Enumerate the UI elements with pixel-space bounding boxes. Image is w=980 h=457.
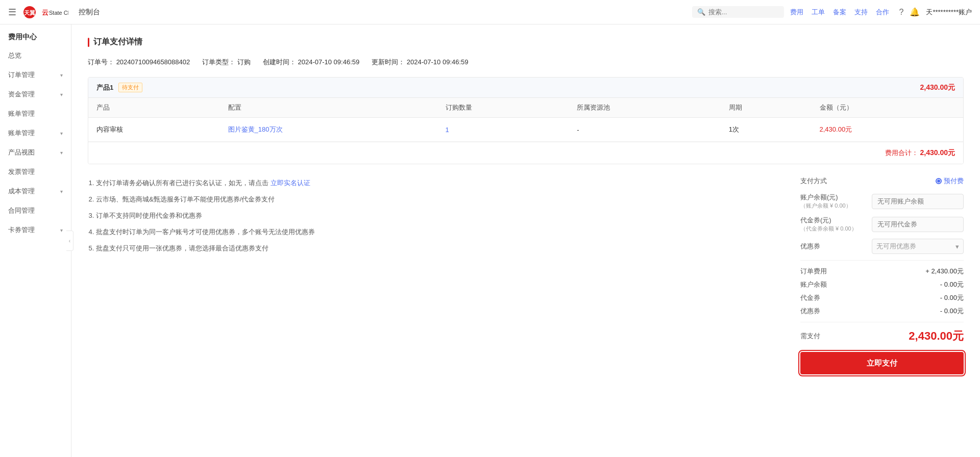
- voucher-row: 代金券(元) （代金券余额 ¥ 0.00）: [800, 216, 964, 233]
- pay-now-button[interactable]: 立即支付: [800, 352, 964, 374]
- account-balance-value: - 0.00元: [940, 280, 964, 289]
- real-name-link[interactable]: 立即实名认证: [271, 179, 310, 187]
- chevron-down-icon: ▾: [60, 227, 63, 233]
- payment-method-value: 预付费: [944, 176, 964, 186]
- sidebar-item-label: 账单管理: [8, 109, 35, 118]
- layout: 费用中心 总览 订单管理 ▾ 资金管理 ▾ 账单管理 账单管理 ▾ 产品视图 ▾: [0, 24, 980, 457]
- console-label: 控制台: [79, 8, 100, 17]
- sidebar-item-label: 订单管理: [8, 70, 35, 80]
- table-header-row: 产品 配置 订购数量 所属资源池 周期 金额（元）: [88, 98, 963, 118]
- order-type-value: 订购: [237, 58, 251, 66]
- user-label[interactable]: 天**********账户: [926, 8, 972, 17]
- logo: 天翼 云 State Cloud: [22, 5, 68, 19]
- coupon-deduct-label: 优惠券: [800, 307, 820, 316]
- sidebar-item-contract[interactable]: 合同管理: [0, 201, 71, 220]
- coupon-select[interactable]: 无可用优惠券 ▾: [872, 239, 964, 254]
- bell-icon[interactable]: 🔔: [910, 7, 920, 17]
- search-input[interactable]: [708, 8, 770, 16]
- sidebar-item-bill-management[interactable]: 账单管理: [0, 104, 71, 123]
- nav-link-support[interactable]: 支持: [854, 8, 868, 17]
- note-4: 批盘支付时订单为同一客户账号才可使用优惠券，多个账号无法使用优惠券: [96, 225, 780, 239]
- cell-price: 2,430.00元: [812, 118, 963, 142]
- payable-label: 需支付: [800, 332, 820, 341]
- voucher-deduct-value: - 0.00元: [940, 293, 964, 302]
- sidebar-collapse-toggle[interactable]: ‹: [66, 231, 74, 251]
- col-price: 金额（元）: [812, 98, 963, 118]
- note-5: 批盘支付只可使用一张优惠券，请您选择最合适优惠券支付: [96, 242, 780, 255]
- cell-qty: 1: [437, 118, 569, 142]
- col-product: 产品: [88, 98, 220, 118]
- sidebar-item-label: 卡券管理: [8, 225, 35, 235]
- svg-text:云: 云: [42, 9, 48, 16]
- nav-link-record[interactable]: 备案: [833, 8, 846, 17]
- balance-input[interactable]: [872, 194, 964, 209]
- payable-amount: 2,430.00元: [909, 328, 964, 344]
- order-number-label: 订单号： 20240710094658088402: [88, 58, 190, 67]
- sidebar-item-label: 产品视图: [8, 148, 35, 157]
- help-icon[interactable]: ?: [899, 8, 904, 17]
- sidebar-item-label: 成本管理: [8, 187, 35, 196]
- sidebar-item-label: 资金管理: [8, 90, 35, 99]
- sidebar-item-invoice[interactable]: 发票管理: [0, 162, 71, 182]
- search-box[interactable]: 🔍: [692, 6, 784, 18]
- svg-text:天翼: 天翼: [23, 10, 35, 16]
- status-badge: 待支付: [118, 83, 142, 92]
- order-fee-label: 订单费用: [800, 267, 827, 276]
- menu-icon[interactable]: ☰: [8, 7, 16, 18]
- payment-method-label: 支付方式: [800, 176, 827, 186]
- voucher-deduct-label: 代金券: [800, 293, 820, 302]
- account-balance-label: 账户余额: [800, 280, 827, 289]
- sidebar-item-account-management[interactable]: 账单管理 ▾: [0, 123, 71, 143]
- sidebar-item-label: 账单管理: [8, 129, 35, 138]
- sidebar-item-coupon[interactable]: 卡券管理 ▾: [0, 220, 71, 240]
- cell-period: 1次: [721, 118, 812, 142]
- product-table: 产品 配置 订购数量 所属资源池 周期 金额（元） 内容审核 图片鉴黄_180万…: [88, 97, 963, 142]
- sidebar-item-overview[interactable]: 总览: [0, 46, 71, 65]
- col-period: 周期: [721, 98, 812, 118]
- order-number-value: 20240710094658088402: [116, 58, 190, 66]
- voucher-sub-note: （代金券余额 ¥ 0.00）: [800, 225, 857, 233]
- order-fee-value: + 2,430.00元: [925, 267, 964, 276]
- chevron-down-icon: ▾: [60, 189, 63, 194]
- chevron-down-icon: ▾: [955, 243, 959, 250]
- main-content: 订单支付详情 订单号： 20240710094658088402 订单类型： 订…: [71, 24, 980, 457]
- col-config: 配置: [220, 98, 437, 118]
- sidebar: 费用中心 总览 订单管理 ▾ 资金管理 ▾ 账单管理 账单管理 ▾ 产品视图 ▾: [0, 24, 71, 457]
- search-icon: 🔍: [697, 8, 705, 16]
- payment-panel: 支付方式 预付费 账户余额(元) （账户余额 ¥ 0.00）: [800, 176, 964, 374]
- sidebar-item-fund-management[interactable]: 资金管理 ▾: [0, 85, 71, 104]
- product-block: 产品1 待支付 2,430.00元 产品 配置 订购数量 所属资源池 周期 金额…: [88, 77, 964, 164]
- top-navigation: ☰ 天翼 云 State Cloud 控制台 🔍 费用 工单 备案 支持 合作 …: [0, 0, 980, 24]
- nav-link-workorder[interactable]: 工单: [812, 8, 825, 17]
- coupon-deduct-row: 优惠券 - 0.00元: [800, 307, 964, 316]
- total-row: 费用合计： 2,430.00元: [88, 142, 963, 164]
- create-time-label: 创建时间： 2024-07-10 09:46:59: [263, 58, 359, 67]
- balance-sub-note: （账户余额 ¥ 0.00）: [800, 202, 851, 210]
- payment-method-option[interactable]: 预付费: [936, 176, 964, 186]
- nav-link-fee[interactable]: 费用: [790, 8, 803, 17]
- payment-section: 支付订单请务必确认所有者已进行实名认证，如无，请点击 立即实名认证 云市场、甄选…: [88, 176, 964, 374]
- sidebar-item-product-view[interactable]: 产品视图 ▾: [0, 143, 71, 162]
- sidebar-item-label: 合同管理: [8, 206, 35, 215]
- voucher-label: 代金券(元): [800, 216, 831, 224]
- order-meta: 订单号： 20240710094658088402 订单类型： 订购 创建时间：…: [88, 58, 964, 67]
- sidebar-item-label: 发票管理: [8, 167, 35, 176]
- nav-link-partner[interactable]: 合作: [876, 8, 889, 17]
- cell-config[interactable]: 图片鉴黄_180万次: [220, 118, 437, 142]
- voucher-label-group: 代金券(元) （代金券余额 ¥ 0.00）: [800, 216, 857, 233]
- chevron-down-icon: ▾: [60, 150, 63, 156]
- coupon-label: 优惠券: [800, 242, 820, 251]
- sidebar-container: 费用中心 总览 订单管理 ▾ 资金管理 ▾ 账单管理 账单管理 ▾ 产品视图 ▾: [0, 24, 71, 457]
- balance-label: 账户余额(元): [800, 193, 838, 201]
- note-2: 云市场、甄选商城&甄选服务订单不能使用优惠券/代金券支付: [96, 193, 780, 206]
- nav-icons: ? 🔔 天**********账户: [899, 7, 972, 17]
- chevron-down-icon: ▾: [60, 92, 63, 97]
- update-time-label: 更新时间： 2024-07-10 09:46:59: [372, 58, 468, 67]
- coupon-select-value: 无可用优惠券: [876, 242, 916, 251]
- sidebar-item-cost-management[interactable]: 成本管理 ▾: [0, 182, 71, 201]
- account-balance-row: 账户余额 - 0.00元: [800, 280, 964, 289]
- table-row: 内容审核 图片鉴黄_180万次 1 - 1次 2,430.00元: [88, 118, 963, 142]
- voucher-input[interactable]: [872, 217, 964, 232]
- sidebar-item-order-management[interactable]: 订单管理 ▾: [0, 65, 71, 85]
- coupon-deduct-value: - 0.00元: [940, 307, 964, 316]
